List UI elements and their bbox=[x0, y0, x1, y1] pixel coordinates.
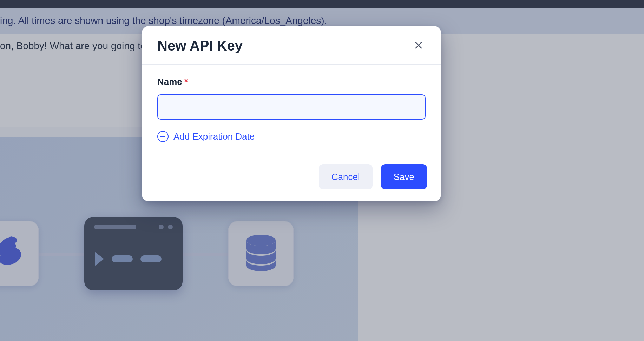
modal-footer: Cancel Save bbox=[142, 155, 441, 201]
modal-body: Name * Add Expiration Date bbox=[142, 65, 441, 155]
modal-title: New API Key bbox=[157, 38, 243, 54]
required-indicator: * bbox=[184, 76, 188, 87]
close-button[interactable] bbox=[412, 39, 426, 53]
save-button-label: Save bbox=[394, 172, 414, 182]
cancel-button[interactable]: Cancel bbox=[319, 164, 373, 189]
new-api-key-modal: New API Key Name * Add Expiration Date C… bbox=[142, 26, 441, 201]
name-label-text: Name bbox=[157, 76, 182, 87]
name-input[interactable] bbox=[157, 94, 426, 120]
name-field-label: Name * bbox=[157, 76, 426, 87]
add-expiration-label: Add Expiration Date bbox=[173, 131, 255, 142]
plus-circle-icon bbox=[157, 131, 169, 142]
close-icon bbox=[414, 41, 423, 51]
save-button[interactable]: Save bbox=[381, 164, 427, 189]
modal-header: New API Key bbox=[142, 26, 441, 65]
cancel-button-label: Cancel bbox=[331, 172, 360, 182]
add-expiration-button[interactable]: Add Expiration Date bbox=[157, 131, 255, 142]
